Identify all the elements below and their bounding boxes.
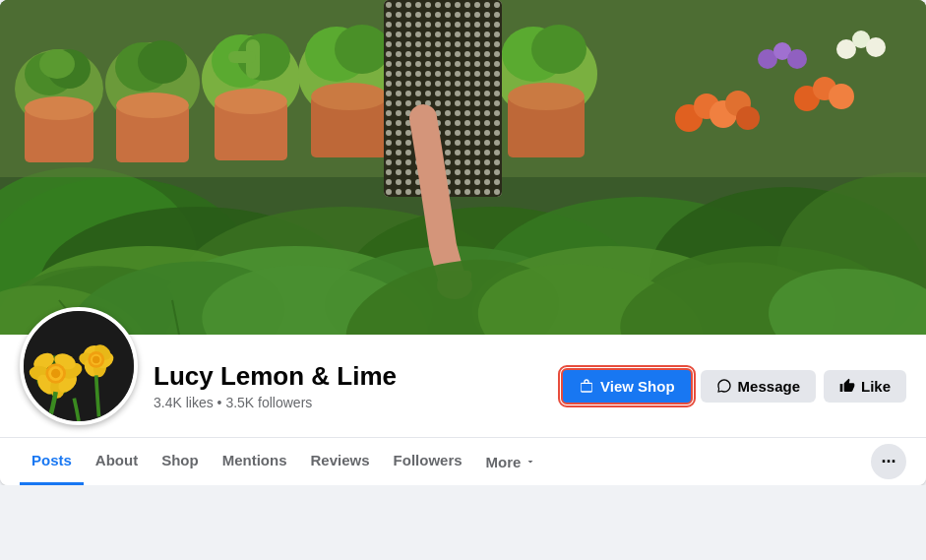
shop-icon [579,378,594,394]
svg-point-66 [787,49,807,69]
svg-point-21 [39,49,75,79]
messenger-icon [716,378,732,394]
tab-posts[interactable]: Posts [20,438,84,485]
message-button[interactable]: Message [701,370,816,403]
profile-stats: 3.4K likes • 3.5K followers [154,395,561,410]
svg-point-46 [508,83,585,110]
tab-reviews[interactable]: Reviews [299,438,382,485]
svg-rect-33 [228,51,256,63]
like-button[interactable]: Like [824,370,906,403]
chevron-down-icon [525,456,536,467]
tab-mentions[interactable]: Mentions [211,438,299,485]
thumbs-up-icon [839,378,855,394]
view-shop-button[interactable]: View Shop [561,368,693,404]
tab-shop[interactable]: Shop [150,438,211,485]
svg-point-38 [335,25,390,74]
svg-point-29 [215,89,287,114]
profile-actions: View Shop Message Like [561,368,906,404]
svg-point-48 [531,25,586,74]
svg-point-26 [138,40,187,84]
facebook-page: Lucy Lemon & Lime 3.4K likes • 3.5K foll… [0,0,926,485]
page-navigation: Posts About Shop Mentions Reviews Follow… [0,437,926,485]
profile-picture [20,307,138,425]
cover-photo [0,0,926,335]
tab-followers[interactable]: Followers [382,438,474,485]
svg-point-18 [25,96,93,120]
profile-info: Lucy Lemon & Lime 3.4K likes • 3.5K foll… [154,361,561,410]
tab-more[interactable]: More [474,440,549,484]
svg-point-24 [116,93,189,118]
tab-about[interactable]: About [84,438,150,485]
more-options-button[interactable]: ··· [871,444,906,479]
svg-point-57 [736,106,760,130]
svg-point-105 [24,311,134,421]
page-title: Lucy Lemon & Lime [154,361,561,392]
profile-section: Lucy Lemon & Lime 3.4K likes • 3.5K foll… [0,335,926,425]
svg-point-60 [829,84,854,109]
svg-point-63 [866,37,886,57]
svg-point-36 [311,83,388,110]
